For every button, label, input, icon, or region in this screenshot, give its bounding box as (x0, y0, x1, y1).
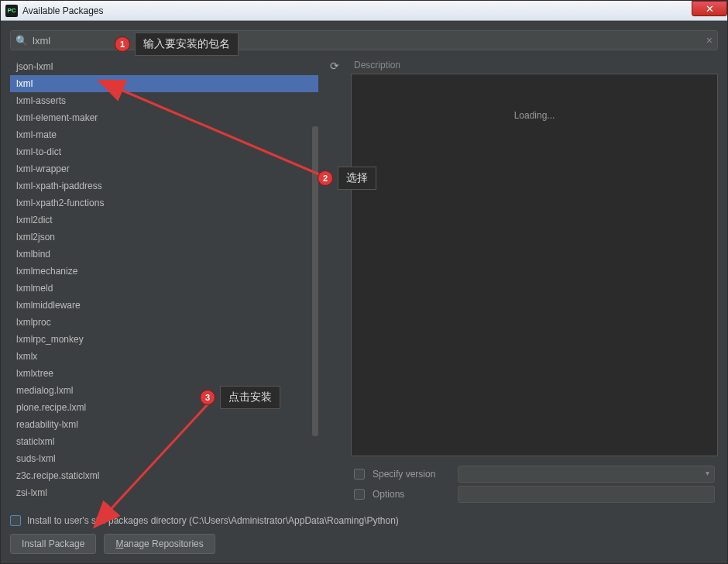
description-pane: Description Loading... Specify version ▾ (351, 58, 718, 504)
loading-text: Loading... (514, 110, 555, 121)
options-label: Options (373, 489, 450, 500)
package-item[interactable]: lxml-mate (10, 126, 318, 143)
install-package-button[interactable]: Install Package (10, 534, 96, 554)
package-list-pane: json-lxmllxmllxml-assertslxml-element-ma… (10, 58, 318, 504)
search-input[interactable] (33, 35, 706, 46)
package-item[interactable]: lxml2json (10, 229, 318, 246)
search-row: 🔍 × (10, 30, 718, 50)
description-box: Loading... (351, 74, 718, 456)
package-item[interactable]: json-lxml (10, 58, 318, 75)
scrollbar[interactable] (312, 126, 318, 492)
specify-version-checkbox[interactable] (354, 469, 365, 480)
package-item[interactable]: lxml-asserts (10, 92, 318, 109)
package-list[interactable]: json-lxmllxmllxml-assertslxml-element-ma… (10, 58, 318, 504)
package-item[interactable]: lxml-to-dict (10, 143, 318, 160)
window-title: Available Packages (22, 5, 104, 16)
options-checkbox[interactable] (354, 489, 365, 500)
manage-rest: anage Repositories (123, 538, 203, 549)
package-item[interactable]: plone.recipe.lxml (10, 399, 318, 416)
package-item[interactable]: lxmlproc (10, 314, 318, 331)
chevron-down-icon: ▾ (706, 469, 709, 477)
package-item[interactable]: lxml-wrapper (10, 160, 318, 177)
options-input[interactable] (458, 486, 715, 503)
scrollbar-thumb[interactable] (312, 126, 318, 436)
install-user-checkbox[interactable] (10, 515, 21, 526)
package-item[interactable]: lxml-xpath2-functions (10, 194, 318, 212)
description-header: Description (351, 58, 718, 74)
manage-repositories-button[interactable]: Manage Repositories (104, 534, 215, 554)
package-item[interactable]: suds-lxml (10, 450, 318, 467)
app-icon: PC (5, 5, 18, 17)
package-item[interactable]: lxmlmiddleware (10, 297, 318, 314)
version-dropdown[interactable]: ▾ (458, 466, 715, 483)
titlebar: PC Available Packages ✕ (1, 1, 727, 21)
package-item[interactable]: readability-lxml (10, 416, 318, 433)
package-item[interactable]: lxml-xpath-ipaddress (10, 177, 318, 194)
package-item[interactable]: zsi-lxml (10, 484, 318, 501)
package-item[interactable]: lxml-element-maker (10, 109, 318, 126)
package-item[interactable]: lxmlx (10, 348, 318, 365)
close-button[interactable]: ✕ (692, 1, 727, 16)
package-item[interactable]: lxml (10, 75, 318, 92)
close-icon: ✕ (706, 3, 714, 15)
refresh-icon[interactable]: ⟳ (326, 60, 343, 72)
package-item[interactable]: lxmlbind (10, 246, 318, 263)
clear-search-icon[interactable]: × (706, 34, 713, 46)
package-item[interactable]: lxmlmeld (10, 280, 318, 297)
package-item[interactable]: z3c.recipe.staticlxml (10, 467, 318, 484)
manage-key: M (115, 538, 123, 549)
package-item[interactable]: staticlxml (10, 433, 318, 450)
package-item[interactable]: lxml2dict (10, 212, 318, 229)
package-item[interactable]: medialog.lxml (10, 382, 318, 399)
install-user-label: Install to user's site packages director… (27, 515, 399, 526)
search-icon: 🔍 (15, 35, 28, 46)
specify-version-label: Specify version (373, 469, 450, 480)
package-item[interactable]: lxmlmechanize (10, 263, 318, 280)
package-item[interactable]: lxmlxtree (10, 365, 318, 382)
package-item[interactable]: lxmlrpc_monkey (10, 331, 318, 348)
